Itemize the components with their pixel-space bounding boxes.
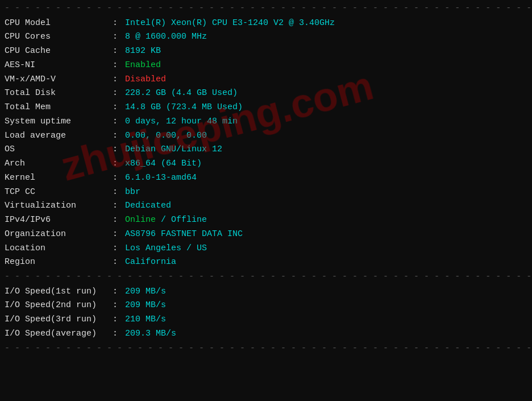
row-value: 8192 KB [125,44,161,59]
row-label: CPU Cores [5,30,113,44]
io-row-label: I/O Speed(2nd run) [5,299,113,313]
row-label: Total Mem [5,101,113,115]
info-row: OS: Debian GNU/Linux 12 [5,143,527,157]
row-label: CPU Cache [5,44,113,59]
row-colon: : [113,129,123,143]
row-value: 6.1.0-13-amd64 [125,171,197,185]
info-row: Kernel: 6.1.0-13-amd64 [5,171,527,185]
row-label: Load average [5,129,113,143]
divider-bot: - - - - - - - - - - - - - - - - - - - - … [5,342,527,355]
info-row: CPU Cache: 8192 KB [5,44,527,59]
row-colon: : [113,59,123,73]
info-row: Arch: x86_64 (64 Bit) [5,157,527,171]
row-value: Enabled [125,59,161,73]
info-row: Total Mem: 14.8 GB (723.4 MB Used) [5,101,527,115]
row-value: Debian GNU/Linux 12 [125,143,222,157]
row-colon: : [113,242,123,256]
row-label: System uptime [5,115,113,129]
row-label: Virtualization [5,199,113,213]
io-speed-section: I/O Speed(1st run): 209 MB/sI/O Speed(2n… [5,284,527,342]
row-label: CPU Model [5,16,113,31]
row-label: Kernel [5,171,113,185]
info-row: Location: Los Angeles / US [5,242,527,256]
info-row: Region: California [5,255,527,270]
row-colon: : [113,73,123,87]
row-label: TCP CC [5,185,113,200]
io-row-value: 209 MB/s [125,299,166,313]
info-row: TCP CC: bbr [5,185,527,200]
io-row: I/O Speed(2nd run): 209 MB/s [5,299,527,313]
row-label: Organization [5,228,113,242]
io-row-colon: : [113,285,123,299]
row-colon: : [113,199,123,213]
io-row-value: 210 MB/s [125,313,166,327]
info-row: System uptime: 0 days, 12 hour 48 min [5,115,527,129]
row-colon: : [113,101,123,115]
row-colon: : [113,16,123,31]
row-colon: : [113,30,123,44]
io-row-colon: : [113,313,123,327]
row-colon: : [113,157,123,171]
system-info-section: CPU Model: Intel(R) Xeon(R) CPU E3-1240 … [5,15,527,271]
row-value-part: Offline [171,213,207,228]
row-colon: : [113,171,123,185]
row-colon: : [113,255,123,270]
row-label: OS [5,143,113,157]
row-colon: : [113,185,123,200]
row-value: Disabled [125,73,166,87]
row-value: Intel(R) Xeon(R) CPU E3-1240 V2 @ 3.40GH… [125,16,335,31]
row-colon: : [113,44,123,59]
row-label: Region [5,255,113,270]
row-value: bbr [125,185,140,200]
row-colon: : [113,228,123,242]
info-row: VM-x/AMD-V: Disabled [5,73,527,87]
row-value: 0 days, 12 hour 48 min [125,115,238,129]
row-value: 14.8 GB (723.4 MB Used) [125,101,243,115]
row-label: Total Disk [5,86,113,101]
row-colon: : [113,213,123,228]
io-row-label: I/O Speed(3rd run) [5,313,113,327]
info-row: Organization: AS8796 FASTNET DATA INC [5,228,527,242]
row-value: 8 @ 1600.000 MHz [125,30,207,44]
info-row: Total Disk: 228.2 GB (4.4 GB Used) [5,86,527,101]
info-row: CPU Cores: 8 @ 1600.000 MHz [5,30,527,44]
row-colon: : [113,115,123,129]
info-row: CPU Model: Intel(R) Xeon(R) CPU E3-1240 … [5,16,527,31]
row-label: IPv4/IPv6 [5,213,113,228]
row-value-part: Online [125,213,156,228]
row-label: Location [5,242,113,256]
divider-mid: - - - - - - - - - - - - - - - - - - - - … [5,271,527,284]
io-row-colon: : [113,327,123,341]
io-row-value: 209.3 MB/s [125,327,176,341]
divider-top: - - - - - - - - - - - - - - - - - - - - … [5,2,527,15]
row-value: AS8796 FASTNET DATA INC [125,228,243,242]
row-value: 0.00, 0.00, 0.00 [125,129,207,143]
row-label: VM-x/AMD-V [5,73,113,87]
info-row: Load average: 0.00, 0.00, 0.00 [5,129,527,143]
row-colon: : [113,86,123,101]
row-colon: : [113,143,123,157]
row-value: x86_64 (64 Bit) [125,157,202,171]
io-row-label: I/O Speed(1st run) [5,285,113,299]
row-value: 228.2 GB (4.4 GB Used) [125,86,238,101]
row-value: California [125,255,176,270]
io-row-label: I/O Speed(average) [5,327,113,341]
io-row-value: 209 MB/s [125,285,166,299]
io-row: I/O Speed(3rd run): 210 MB/s [5,313,527,327]
io-row: I/O Speed(1st run): 209 MB/s [5,285,527,299]
io-row: I/O Speed(average): 209.3 MB/s [5,327,527,341]
info-row: AES-NI: Enabled [5,59,527,73]
info-row: IPv4/IPv6: Online / Offline [5,213,527,228]
io-row-colon: : [113,299,123,313]
row-value: Dedicated [125,199,171,213]
row-value: Los Angeles / US [125,242,207,256]
terminal-window: - - - - - - - - - - - - - - - - - - - - … [0,0,532,401]
info-row: Virtualization: Dedicated [5,199,527,213]
row-value-part: / [156,213,171,228]
row-label: AES-NI [5,59,113,73]
row-label: Arch [5,157,113,171]
